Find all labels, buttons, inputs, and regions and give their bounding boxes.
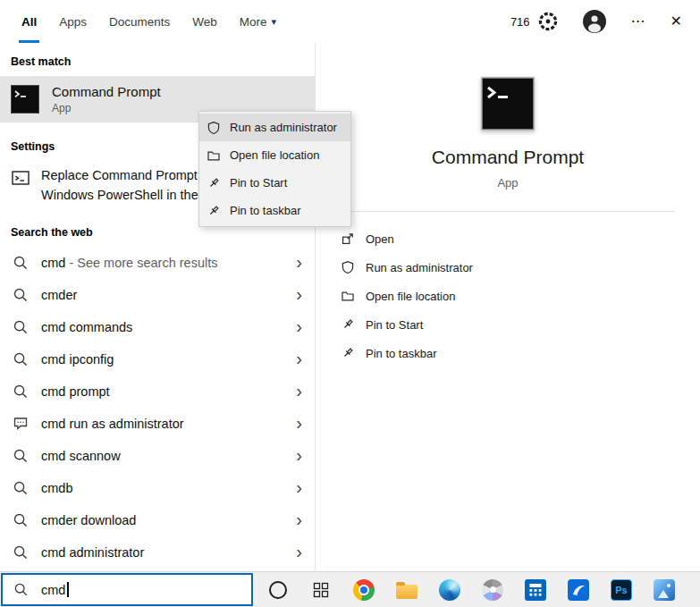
- best-match-title: Command Prompt: [52, 84, 161, 99]
- expand-chevron-icon[interactable]: ›: [296, 446, 302, 466]
- search-icon: [13, 448, 29, 464]
- action-pin-to-taskbar[interactable]: Pin to taskbar: [341, 339, 675, 367]
- tab-more-label: More: [240, 15, 267, 29]
- suggestion-text: cmd commands: [41, 320, 132, 334]
- pinwheel-app-icon: [482, 579, 503, 601]
- shield-icon: [207, 121, 221, 135]
- menu-item-label: Pin to taskbar: [230, 204, 301, 217]
- best-match-heading: Best match: [0, 43, 315, 76]
- task-view-button[interactable]: [303, 572, 339, 607]
- action-open-file-location[interactable]: Open file location: [341, 282, 675, 310]
- action-label: Pin to taskbar: [366, 347, 437, 360]
- expand-chevron-icon[interactable]: ›: [296, 317, 302, 337]
- action-pin-to-start[interactable]: Pin to Start: [341, 310, 675, 339]
- chevron-down-icon: ▾: [272, 16, 277, 28]
- suggestion-text: cmdb: [41, 481, 72, 495]
- pinwheel-app-button[interactable]: [475, 572, 510, 607]
- suggestion-text: cmd - See more search results: [41, 256, 217, 270]
- file-explorer-button[interactable]: [389, 572, 425, 607]
- menu-item-label: Run as administrator: [230, 121, 337, 134]
- suggestion-text: cmd run as administrator: [41, 417, 184, 431]
- filter-tabs: All Apps Documents Web More ▾: [21, 0, 276, 43]
- pin-icon: [341, 317, 355, 332]
- header-actions: 716 ⋯ ✕: [510, 0, 682, 43]
- expand-chevron-icon[interactable]: ›: [296, 285, 302, 305]
- tab-apps[interactable]: Apps: [59, 0, 87, 43]
- action-label: Open: [366, 232, 394, 246]
- task-view-icon: [311, 580, 331, 600]
- web-suggestion-row[interactable]: cmd administrator ›: [0, 536, 315, 569]
- action-open[interactable]: Open: [341, 224, 675, 253]
- taskbar-search-input[interactable]: cmd: [1, 573, 253, 606]
- menu-item-pin-to-start[interactable]: Pin to Start: [199, 169, 350, 197]
- tab-all[interactable]: All: [21, 0, 37, 43]
- chrome-button[interactable]: [346, 572, 382, 607]
- chrome-icon: [353, 579, 375, 601]
- settings-result-line1: Replace Command Prompt: [41, 165, 198, 185]
- image-app-button[interactable]: [646, 572, 682, 607]
- action-label: Run as administrator: [366, 261, 473, 274]
- cortana-button[interactable]: [260, 572, 296, 607]
- search-input-value: cmd: [41, 583, 65, 597]
- pin-icon: [207, 176, 221, 190]
- taskbar-icons: Ps: [260, 572, 682, 607]
- menu-item-pin-to-taskbar[interactable]: Pin to taskbar: [199, 197, 350, 224]
- search-icon: [13, 255, 29, 271]
- web-suggestion-row[interactable]: cmd ipconfig ›: [0, 343, 315, 375]
- search-icon: [13, 480, 29, 496]
- settings-result-text: Replace Command Prompt Windows PowerShel…: [41, 165, 198, 205]
- expand-chevron-icon[interactable]: ›: [296, 414, 302, 434]
- expand-chevron-icon[interactable]: ›: [296, 382, 302, 401]
- expand-chevron-icon[interactable]: ›: [296, 543, 302, 562]
- expand-chevron-icon[interactable]: ›: [296, 510, 302, 530]
- web-suggestion-row[interactable]: cmd prompt ›: [0, 375, 315, 408]
- photoshop-icon: Ps: [611, 579, 632, 601]
- web-suggestion-row[interactable]: cmder download ›: [0, 504, 315, 536]
- action-run-as-admin[interactable]: Run as administrator: [341, 253, 675, 282]
- calculator-icon: [525, 579, 546, 601]
- edge-icon: [439, 579, 460, 601]
- tab-more[interactable]: More ▾: [240, 0, 276, 43]
- tab-web[interactable]: Web: [192, 0, 217, 43]
- cortana-icon: [269, 581, 287, 599]
- web-suggestion-row[interactable]: cmd scannow ›: [0, 440, 315, 472]
- web-suggestion-row[interactable]: cmd run as administrator ›: [0, 408, 315, 440]
- search-icon: [13, 544, 29, 561]
- photoshop-button[interactable]: Ps: [603, 572, 639, 607]
- windows-search-flyout: All Apps Documents Web More ▾ 716: [0, 0, 700, 607]
- close-icon[interactable]: ✕: [670, 14, 682, 29]
- text-cursor: [67, 582, 69, 597]
- suggestion-text: cmd ipconfig: [41, 352, 114, 367]
- photoshop-label: Ps: [615, 585, 627, 595]
- search-icon: [13, 512, 29, 528]
- edge-button[interactable]: [432, 572, 468, 607]
- menu-item-open-file-location[interactable]: Open file location: [199, 141, 350, 169]
- ellipsis-menu-icon[interactable]: ⋯: [631, 14, 645, 29]
- web-suggestion-row[interactable]: cmdb ›: [0, 472, 315, 504]
- expand-chevron-icon[interactable]: ›: [296, 350, 302, 369]
- web-suggestion-row[interactable]: cmd commands ›: [0, 311, 315, 343]
- suggestion-suffix: - See more search results: [65, 256, 217, 270]
- shield-icon: [341, 260, 355, 274]
- search-icon: [13, 351, 29, 367]
- tab-documents[interactable]: Documents: [109, 0, 170, 43]
- web-suggestion-row[interactable]: cmd - See more search results ›: [0, 247, 315, 279]
- calculator-button[interactable]: [518, 572, 553, 607]
- rewards-count: 716: [510, 15, 530, 29]
- folder-icon: [341, 289, 355, 303]
- context-menu: Run as administrator Open file location …: [198, 111, 351, 227]
- preview-actions: Open Run as administrator Open file loca…: [316, 212, 700, 367]
- preview-title: Command Prompt: [432, 147, 584, 168]
- blue-app-button[interactable]: [561, 572, 596, 607]
- user-avatar[interactable]: [583, 10, 606, 33]
- web-suggestion-row[interactable]: cmder ›: [0, 279, 315, 311]
- best-match-text: Command Prompt App: [52, 84, 161, 114]
- search-icon: [13, 582, 29, 597]
- suggestion-text: cmd scannow: [41, 449, 121, 463]
- menu-item-run-as-admin[interactable]: Run as administrator: [199, 114, 350, 141]
- rewards-button[interactable]: 716: [510, 10, 560, 33]
- console-settings-icon: [11, 168, 30, 188]
- expand-chevron-icon[interactable]: ›: [296, 253, 302, 273]
- expand-chevron-icon[interactable]: ›: [296, 478, 302, 498]
- command-prompt-icon: [11, 85, 39, 114]
